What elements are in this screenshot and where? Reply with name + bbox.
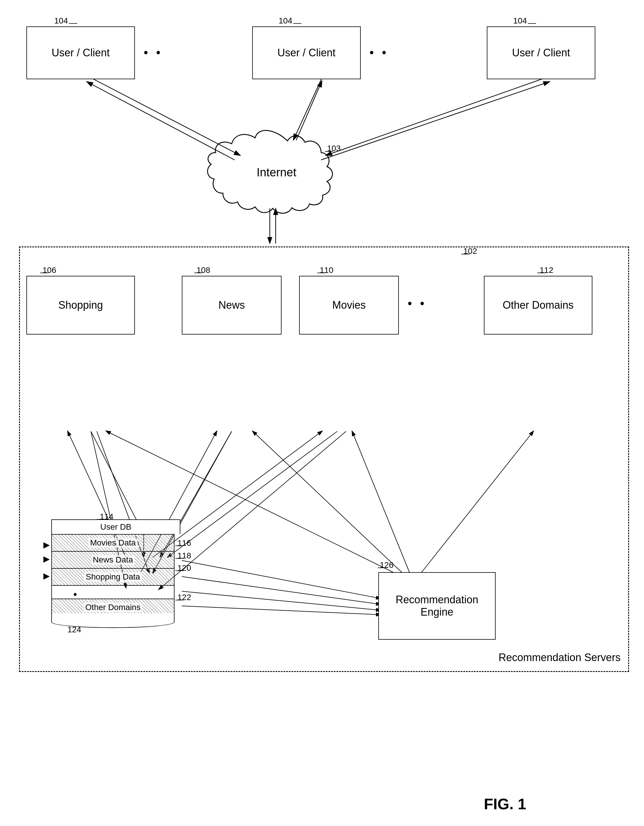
user-client-box-3: User / Client xyxy=(487,26,595,79)
news-box: News xyxy=(182,276,282,334)
fig-label: FIG. 1 xyxy=(484,795,526,813)
dots-2: • • xyxy=(370,45,389,59)
recommendation-servers-label: Recommendation Servers xyxy=(498,651,621,664)
svg-line-6 xyxy=(325,78,545,155)
shopping-box: Shopping xyxy=(26,276,135,334)
ref-104-3: 104 xyxy=(513,16,527,25)
ref-tick-120: — xyxy=(175,565,184,575)
triangle-3: ▶ xyxy=(43,571,50,581)
ref-tick-103: — xyxy=(325,146,333,155)
ref-tick-118: — xyxy=(175,553,184,562)
ref-tick-116: — xyxy=(175,540,184,550)
user-db-label-box: User DB xyxy=(51,519,180,534)
triangle-1: ▶ xyxy=(43,540,50,550)
recommendation-engine-box: Recommendation Engine xyxy=(378,572,495,640)
ref-tick-126: — xyxy=(378,562,386,572)
shopping-data-box: Shopping Data xyxy=(51,568,175,586)
movies-box: Movies xyxy=(299,276,399,334)
ref-tick-122: — xyxy=(175,595,184,604)
diagram: 104 — User / Client • • 104 — User / Cli… xyxy=(0,0,644,826)
user-client-box-1: User / Client xyxy=(26,26,135,79)
svg-line-5 xyxy=(296,81,322,140)
svg-line-3 xyxy=(87,82,235,160)
news-data-box: News Data xyxy=(51,551,175,569)
ref-tick-102: — xyxy=(461,249,469,258)
dots-3: • • xyxy=(408,297,427,311)
user-client-box-2: User / Client xyxy=(252,26,361,79)
internet-label: Internet xyxy=(257,166,296,179)
svg-line-7 xyxy=(321,82,550,160)
other-domains-box: Other Domains xyxy=(484,276,592,334)
triangle-2: ▶ xyxy=(43,554,50,564)
db-bottom-side xyxy=(51,613,175,619)
dots-1: • • xyxy=(144,45,163,59)
ref-104-2: 104 xyxy=(279,16,293,25)
movies-data-box: Movies Data xyxy=(51,534,175,552)
svg-line-2 xyxy=(91,78,240,155)
ref-104-1: 104 xyxy=(54,16,68,25)
svg-line-4 xyxy=(293,78,322,140)
